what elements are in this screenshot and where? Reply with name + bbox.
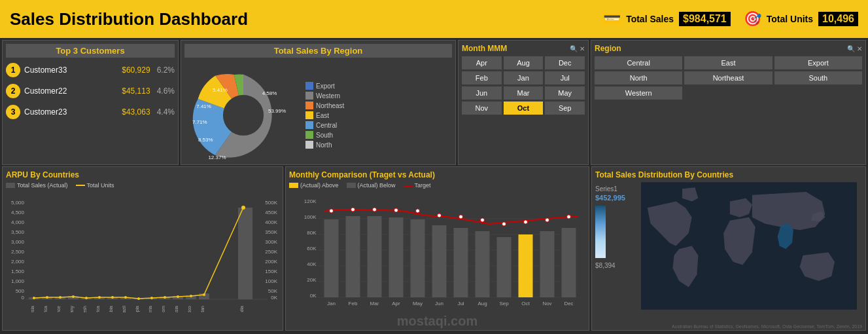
svg-text:4,500: 4,500 xyxy=(11,210,25,215)
svg-text:350K: 350K xyxy=(265,229,277,235)
region-button[interactable]: South xyxy=(774,71,862,84)
month-button[interactable]: Apr xyxy=(462,56,502,69)
region-grid: CentralEastExportNorthNortheastSouthWest… xyxy=(595,56,862,100)
month-button[interactable]: Jul xyxy=(545,71,585,84)
region-clear-icon[interactable]: ✕ xyxy=(857,45,862,52)
page-title: Sales Distribution Dashboard xyxy=(10,9,603,29)
customer-name: Customer22 xyxy=(24,86,118,96)
svg-text:500: 500 xyxy=(16,288,25,294)
svg-text:Jun: Jun xyxy=(435,301,443,306)
legend-item: Western xyxy=(305,92,344,100)
cash-icon: 💳 xyxy=(603,10,621,28)
customer-sales: $43,063 xyxy=(122,107,150,117)
svg-text:United Kingdom: United Kingdom xyxy=(161,306,166,312)
customer-rank: 2 xyxy=(6,84,20,98)
svg-text:1,000: 1,000 xyxy=(11,278,25,284)
month-button[interactable]: Nov xyxy=(462,102,502,115)
svg-point-56 xyxy=(164,296,166,299)
svg-text:May: May xyxy=(413,301,423,306)
region-button[interactable]: North xyxy=(595,71,682,84)
month-filter-icons[interactable]: 🔍 ✕ xyxy=(570,45,585,52)
svg-rect-96 xyxy=(476,231,490,297)
svg-rect-95 xyxy=(454,228,468,297)
watermark: mostaqi.com xyxy=(397,314,477,329)
svg-text:12.37%: 12.37% xyxy=(208,155,226,160)
svg-text:150K: 150K xyxy=(265,269,277,274)
month-button[interactable]: Sep xyxy=(545,102,585,115)
svg-text:3,500: 3,500 xyxy=(11,229,25,235)
world-map-svg-container xyxy=(641,182,862,312)
month-button[interactable]: Feb xyxy=(462,71,502,84)
svg-text:100K: 100K xyxy=(304,214,317,220)
legend-target: Target xyxy=(404,182,431,189)
customer-sales: $60,929 xyxy=(122,65,150,75)
svg-text:8.53%: 8.53% xyxy=(198,137,213,143)
svg-point-0 xyxy=(223,95,264,136)
top-customers-panel: Top 3 Customers 1 Customer33 $60,929 6.2… xyxy=(2,40,179,165)
list-item: 1 Customer33 $60,929 6.2% xyxy=(6,63,175,77)
region-search-icon[interactable]: 🔍 xyxy=(847,45,855,52)
filter-clear-icon[interactable]: ✕ xyxy=(580,45,585,52)
target-color xyxy=(404,186,413,187)
svg-rect-100 xyxy=(562,228,576,297)
svg-text:1,500: 1,500 xyxy=(11,269,25,274)
svg-text:450K: 450K xyxy=(265,210,277,215)
svg-text:Mexico: Mexico xyxy=(187,306,192,312)
legend-color-box xyxy=(305,102,313,109)
svg-point-110 xyxy=(524,220,528,224)
svg-text:Feb: Feb xyxy=(349,301,358,306)
month-button[interactable]: Dec xyxy=(545,56,585,69)
svg-point-59 xyxy=(203,293,205,296)
region-button[interactable]: East xyxy=(684,56,772,69)
legend-color-box xyxy=(305,82,313,90)
svg-text:60K: 60K xyxy=(307,246,317,251)
arpu-legend-units: Total Units xyxy=(76,182,114,189)
header-stats: 💳 Total Sales $984,571 🎯 Total Units 10,… xyxy=(603,10,858,28)
legend-item: East xyxy=(305,111,344,119)
region-filter-icons[interactable]: 🔍 ✕ xyxy=(847,45,862,52)
customer-pct: 6.2% xyxy=(157,65,175,75)
svg-text:Brazil: Brazil xyxy=(122,306,126,312)
svg-text:3,000: 3,000 xyxy=(11,239,25,245)
month-button[interactable]: Oct xyxy=(504,102,544,115)
month-button[interactable]: Aug xyxy=(504,56,544,69)
svg-text:Mar: Mar xyxy=(370,301,379,306)
svg-text:4.58%: 4.58% xyxy=(262,90,277,96)
month-button[interactable]: Jan xyxy=(504,71,544,84)
region-button[interactable]: Export xyxy=(774,56,862,69)
region-button[interactable]: Northeast xyxy=(684,71,772,84)
svg-text:50K: 50K xyxy=(268,288,277,294)
arpu-panel: ARPU By Countries Total Sales (Actual) T… xyxy=(2,166,283,331)
main-content: Top 3 Customers 1 Customer33 $60,929 6.2… xyxy=(0,38,868,334)
svg-text:Nov: Nov xyxy=(542,301,551,306)
svg-text:53.99%: 53.99% xyxy=(268,108,286,114)
map-legend: Series1 $452,995 $8,394 xyxy=(595,182,634,312)
svg-point-105 xyxy=(416,209,420,213)
region-button[interactable]: Western xyxy=(595,86,682,100)
month-button[interactable]: Mar xyxy=(504,86,544,100)
world-map-panel: Total Sales Distribution By Countries Se… xyxy=(591,166,866,331)
customer-name: Customer33 xyxy=(24,65,118,75)
svg-text:5,000: 5,000 xyxy=(11,200,25,206)
legend-item: Export xyxy=(305,82,344,90)
filter-search-icon[interactable]: 🔍 xyxy=(570,45,578,52)
region-button[interactable]: Central xyxy=(595,56,682,69)
svg-text:2,500: 2,500 xyxy=(11,249,25,255)
below-color xyxy=(347,183,356,188)
legend-item: North xyxy=(305,141,344,149)
customer-pct: 4.6% xyxy=(157,86,175,96)
svg-text:100K: 100K xyxy=(265,278,277,284)
svg-text:Pakistan: Pakistan xyxy=(200,306,205,312)
svg-point-53 xyxy=(124,296,127,299)
svg-rect-45 xyxy=(238,208,252,299)
color-scale-bar xyxy=(595,206,606,258)
svg-text:Jan: Jan xyxy=(327,301,336,306)
svg-text:5.41%: 5.41% xyxy=(213,87,228,93)
svg-point-104 xyxy=(394,208,398,212)
month-filter-panel: Month MMM 🔍 ✕ AprAugDecFebJanJulJunMarMa… xyxy=(458,40,589,165)
monthly-legend: (Actual) Above (Actual) Below Target xyxy=(289,182,585,189)
svg-rect-97 xyxy=(497,237,512,297)
month-button[interactable]: May xyxy=(545,86,585,100)
legend-above: (Actual) Above xyxy=(289,182,339,189)
month-button[interactable]: Jun xyxy=(462,86,502,100)
